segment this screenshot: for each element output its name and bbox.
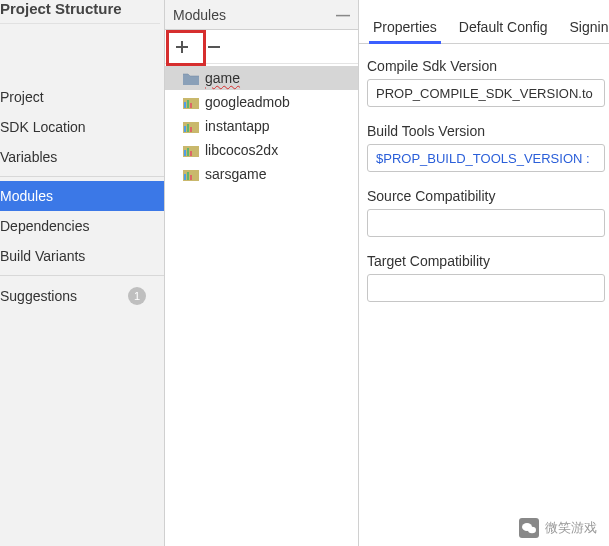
minimize-icon[interactable]: —	[336, 7, 350, 23]
compile-sdk-label: Compile Sdk Version	[367, 58, 605, 74]
svg-rect-7	[187, 124, 189, 132]
svg-rect-6	[184, 126, 186, 132]
svg-rect-8	[190, 127, 192, 132]
modules-toolbar	[165, 30, 358, 64]
sidebar-item-variables[interactable]: Variables	[0, 142, 164, 172]
svg-rect-4	[190, 103, 192, 108]
modules-title: Modules	[173, 7, 226, 23]
properties-panel: Properties Default Config Signing Compil…	[359, 0, 609, 546]
watermark-text: 微笑游戏	[545, 519, 597, 537]
suggestions-badge: 1	[128, 287, 146, 305]
svg-rect-12	[190, 151, 192, 156]
watermark: 微笑游戏	[519, 518, 597, 538]
sidebar-item-dependencies[interactable]: Dependencies	[0, 211, 164, 241]
sidebar-nav: Project SDK Location Variables Modules D…	[0, 82, 164, 312]
tree-item-instantapp[interactable]: instantapp	[165, 114, 358, 138]
target-compat-input[interactable]	[367, 274, 605, 302]
build-tools-input[interactable]: $PROP_BUILD_TOOLS_VERSION :	[367, 144, 605, 172]
sidebar-item-build-variants[interactable]: Build Variants	[0, 241, 164, 271]
wechat-icon	[519, 518, 539, 538]
module-icon	[183, 120, 199, 133]
sidebar-item-sdk-location[interactable]: SDK Location	[0, 112, 164, 142]
add-module-button[interactable]	[171, 36, 193, 58]
build-tools-label: Build Tools Version	[367, 123, 605, 139]
sidebar-item-project[interactable]: Project	[0, 82, 164, 112]
tab-bar: Properties Default Config Signing	[359, 0, 609, 44]
module-name: sarsgame	[205, 166, 266, 182]
module-icon	[183, 144, 199, 157]
module-name: game	[205, 70, 240, 86]
tree-item-libcocos2dx[interactable]: libcocos2dx	[165, 138, 358, 162]
svg-rect-14	[184, 174, 186, 180]
modules-panel: Modules — game googleadmob instantapp	[165, 0, 359, 546]
divider	[0, 176, 164, 177]
module-name: instantapp	[205, 118, 270, 134]
tab-properties[interactable]: Properties	[363, 13, 447, 43]
module-icon	[183, 168, 199, 181]
modules-header: Modules —	[165, 0, 358, 30]
module-icon	[183, 96, 199, 109]
svg-rect-15	[187, 172, 189, 180]
svg-rect-11	[187, 148, 189, 156]
divider	[0, 275, 164, 276]
sidebar-item-suggestions[interactable]: Suggestions 1	[0, 280, 164, 312]
compile-sdk-input[interactable]: PROP_COMPILE_SDK_VERSION.to	[367, 79, 605, 107]
tab-default-config[interactable]: Default Config	[449, 13, 558, 43]
tree-item-game[interactable]: game	[165, 66, 358, 90]
tree-item-sarsgame[interactable]: sarsgame	[165, 162, 358, 186]
svg-rect-16	[190, 175, 192, 180]
remove-module-button[interactable]	[203, 36, 225, 58]
suggestions-label: Suggestions	[0, 288, 77, 304]
source-compat-input[interactable]	[367, 209, 605, 237]
properties-form: Compile Sdk Version PROP_COMPILE_SDK_VER…	[359, 44, 609, 302]
svg-point-18	[528, 527, 536, 533]
target-compat-label: Target Compatibility	[367, 253, 605, 269]
module-tree: game googleadmob instantapp libcocos2dx …	[165, 64, 358, 188]
tab-signing[interactable]: Signing	[560, 13, 609, 43]
svg-rect-10	[184, 150, 186, 156]
module-name: googleadmob	[205, 94, 290, 110]
sidebar: Project Structure Project SDK Location V…	[0, 0, 165, 546]
module-name: libcocos2dx	[205, 142, 278, 158]
tree-item-googleadmob[interactable]: googleadmob	[165, 90, 358, 114]
window-title: Project Structure	[0, 0, 164, 23]
svg-rect-2	[184, 102, 186, 108]
source-compat-label: Source Compatibility	[367, 188, 605, 204]
folder-icon	[183, 72, 199, 85]
sidebar-item-modules[interactable]: Modules	[0, 181, 164, 211]
svg-rect-3	[187, 100, 189, 108]
